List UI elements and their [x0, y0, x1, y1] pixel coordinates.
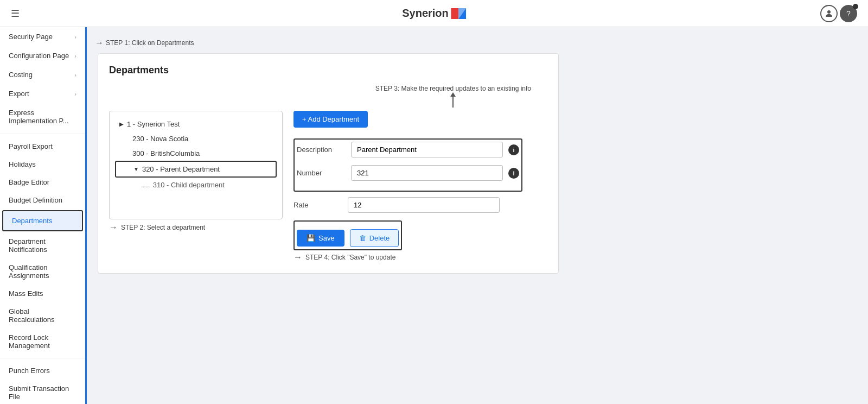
- sidebar-item-departments[interactable]: Departments: [2, 210, 83, 231]
- delete-button[interactable]: 🗑 Delete: [350, 229, 399, 247]
- sidebar-item-export[interactable]: Export ›: [0, 84, 85, 103]
- tree-item-british-columbia[interactable]: 300 - BritishColumbia: [115, 146, 277, 161]
- vertical-line: [452, 97, 454, 108]
- card-title: Departments: [109, 65, 547, 76]
- step4-label: STEP 4: Click "Save" to update: [305, 254, 395, 261]
- tree-item-label: 320 - Parent Department: [142, 165, 220, 173]
- sidebar-item-holidays[interactable]: Holidays: [0, 155, 85, 173]
- sidebar-item-security-page[interactable]: Security Page ›: [0, 27, 85, 46]
- sidebar-item-record-lock[interactable]: Record Lock Management: [0, 329, 85, 355]
- info-icon-description[interactable]: i: [508, 144, 519, 155]
- sidebar-label-export: Export: [9, 90, 29, 98]
- step3-label: STEP 3: Make the required updates to an …: [375, 85, 531, 92]
- sidebar-label-security-page: Security Page: [9, 33, 53, 41]
- sidebar-item-costing[interactable]: Costing ›: [0, 65, 85, 84]
- tree-panel: ▶ 1 - Synerion Test 230 - Nova Scotia 30…: [109, 111, 283, 219]
- add-department-button[interactable]: + Add Department: [293, 111, 368, 128]
- sidebar-item-badge-editor[interactable]: Badge Editor: [0, 173, 85, 191]
- sidebar-item-mass-edits[interactable]: Mass Edits: [0, 285, 85, 302]
- expand-icon: ▶: [119, 121, 124, 127]
- sidebar-item-punch-errors[interactable]: Punch Errors: [0, 362, 85, 380]
- form-actions: 💾 Save 🗑 Delete: [297, 229, 399, 247]
- main-content: → STEP 1: Click on Departments Departmen…: [87, 27, 868, 404]
- tree-item-label: 1 - Synerion Test: [127, 120, 180, 128]
- sidebar-label-configuration-page: Configuration Page: [9, 52, 69, 60]
- sidebar: Security Page › Configuration Page › Cos…: [0, 27, 87, 404]
- sidebar-label-costing: Costing: [9, 71, 33, 79]
- tree-item-label: 300 - BritishColumbia: [132, 149, 200, 157]
- rate-label: Rate: [293, 201, 342, 209]
- logo: Synerion: [402, 7, 466, 20]
- description-input[interactable]: [351, 142, 503, 157]
- departments-card: Departments STEP 3: Make the required up…: [98, 53, 559, 274]
- step1-label: STEP 1: Click on Departments: [106, 39, 194, 47]
- sidebar-label-express: Express Implementation P...: [9, 109, 76, 125]
- chevron-right-icon: ›: [74, 91, 76, 97]
- sidebar-item-budget-definition[interactable]: Budget Definition: [0, 191, 85, 209]
- tree-item-parent-dept[interactable]: ▼ 320 - Parent Department: [115, 161, 277, 178]
- header: ☰ Synerion ?: [0, 0, 868, 27]
- user-icon[interactable]: [820, 5, 838, 22]
- description-label: Description: [297, 146, 346, 154]
- arrow-right-icon: →: [109, 223, 118, 232]
- delete-icon: 🗑: [359, 234, 366, 242]
- arrow-up-icon: [450, 92, 456, 97]
- sidebar-item-global-recalculations[interactable]: Global Recalculations: [0, 302, 85, 329]
- number-input[interactable]: [351, 165, 503, 181]
- form-group-rate: Rate: [293, 197, 547, 213]
- tree-item-synerion-test[interactable]: ▶ 1 - Synerion Test: [115, 117, 277, 131]
- step2-annotation: → STEP 2: Select a department: [109, 223, 283, 232]
- dept-layout: ▶ 1 - Synerion Test 230 - Nova Scotia 30…: [109, 111, 547, 262]
- save-label: Save: [318, 234, 335, 242]
- tree-item-nova-scotia[interactable]: 230 - Nova Scotia: [115, 131, 277, 146]
- divider: [0, 134, 85, 134]
- sidebar-item-payroll-export[interactable]: Payroll Export: [0, 137, 85, 155]
- tree-item-child-dept[interactable]: ...... 310 - Child department: [115, 178, 277, 192]
- delete-label: Delete: [369, 234, 390, 242]
- sidebar-item-qualification-assignments[interactable]: Qualification Assignments: [0, 258, 85, 285]
- right-arrow-icon: →: [95, 38, 104, 48]
- form-panel: + Add Department Description i Number: [293, 111, 547, 262]
- sidebar-item-submit-transaction[interactable]: Submit Transaction File: [0, 380, 85, 404]
- sidebar-item-express-implementation[interactable]: Express Implementation P...: [0, 103, 85, 130]
- chevron-right-icon: ›: [74, 72, 76, 78]
- sidebar-item-configuration-page[interactable]: Configuration Page ›: [0, 46, 85, 65]
- save-icon: 💾: [307, 234, 315, 242]
- step4-annotation: → STEP 4: Click "Save" to update: [293, 252, 547, 262]
- dash-icon: ......: [141, 181, 150, 189]
- logo-icon: [451, 8, 466, 19]
- tree-item-label: 230 - Nova Scotia: [132, 135, 188, 143]
- form-group-number: Number i: [297, 165, 519, 181]
- sidebar-label-departments: Departments: [12, 217, 52, 225]
- svg-rect-0: [451, 8, 458, 19]
- hamburger-icon[interactable]: ☰: [11, 8, 20, 20]
- help-icon[interactable]: ?: [840, 5, 857, 22]
- chevron-right-icon: ›: [74, 53, 76, 59]
- logo-text: Synerion: [402, 7, 449, 20]
- step2-label: STEP 2: Select a department: [121, 224, 205, 231]
- info-icon-number[interactable]: i: [508, 168, 519, 179]
- rate-input[interactable]: [348, 197, 500, 213]
- svg-point-3: [827, 10, 831, 14]
- layout: Security Page › Configuration Page › Cos…: [0, 27, 868, 404]
- expand-icon-down: ▼: [133, 166, 139, 172]
- save-button[interactable]: 💾 Save: [297, 230, 344, 247]
- divider-2: [0, 358, 85, 358]
- arrow-right-icon-step4: →: [293, 252, 302, 262]
- number-label: Number: [297, 169, 346, 177]
- chevron-right-icon: ›: [74, 34, 76, 40]
- tree-item-label: 310 - Child department: [153, 181, 225, 189]
- sidebar-item-dept-notifications[interactable]: Department Notifications: [0, 232, 85, 258]
- form-group-description: Description i: [297, 142, 519, 157]
